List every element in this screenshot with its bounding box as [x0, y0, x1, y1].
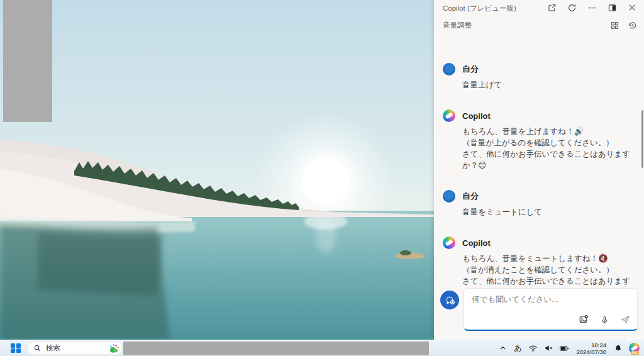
add-image-icon[interactable] [578, 314, 589, 325]
copilot-preview-icon[interactable]: PRE [629, 343, 640, 353]
taskbar-search[interactable]: 検索 [27, 342, 123, 355]
chat-message-copilot: Copilot もちろん、音量をミュートしますね！🔇 （音が消えたことを確認して… [443, 236, 635, 288]
close-icon[interactable] [626, 2, 638, 13]
history-icon[interactable] [626, 19, 638, 31]
message-line: もちろん、音量をミュートしますね！🔇 [462, 253, 635, 264]
chat-input[interactable] [472, 295, 629, 304]
panel-titlebar: Copilot (プレビュー版) [434, 0, 644, 15]
microphone-icon[interactable] [599, 314, 610, 325]
search-icon [33, 344, 42, 352]
taskbar-clock[interactable]: 18:24 2024/07/30 [575, 342, 608, 355]
wallpaper-image [0, 0, 434, 340]
split-view-icon[interactable] [606, 2, 618, 13]
desktop-wallpaper [0, 0, 434, 340]
message-line: （音が消えたことを確認してください。） [462, 264, 635, 275]
copilot-logo-icon [443, 236, 455, 249]
message-line: 音量をミュートにして [462, 206, 635, 218]
chat-title: 音量調整 [443, 21, 609, 30]
message-author: Copilot [462, 111, 491, 121]
message-line: さて、他に何かお手伝いできることはありますか？😊 [462, 275, 635, 288]
redacted-desktop-region [3, 0, 52, 122]
send-icon[interactable] [619, 314, 631, 325]
search-highlights-icon [109, 343, 119, 353]
new-chat-grid-icon[interactable] [609, 19, 620, 31]
chat-input-card [464, 288, 638, 331]
chat-message-list[interactable]: 自分 音量上げて Copilot もちろん、音量を上げますね！🔊 （音量が上がる… [434, 34, 644, 288]
message-author: 自分 [462, 64, 479, 75]
message-line: 音量上げて [462, 79, 635, 91]
message-line: さて、他に何かお手伝いできることはありますか？😊 [462, 148, 635, 171]
hidden-icons-chevron-icon[interactable] [497, 343, 508, 353]
chat-input-area [434, 288, 644, 340]
search-placeholder: 検索 [46, 343, 109, 353]
panel-title: Copilot (プレビュー版) [443, 3, 546, 13]
system-tray: あ [497, 342, 644, 355]
chat-header: 音量調整 [434, 15, 644, 33]
clock-date: 2024/07/30 [576, 348, 606, 355]
wifi-icon[interactable] [528, 343, 538, 353]
new-topic-button[interactable] [440, 291, 459, 309]
volume-muted-icon[interactable] [543, 343, 553, 353]
battery-icon[interactable] [559, 343, 569, 353]
chat-message-user: 自分 音量上げて [443, 63, 635, 91]
chat-message-copilot: Copilot もちろん、音量を上げますね！🔊 （音量が上がるのを確認してくださ… [443, 109, 635, 171]
open-in-new-window-icon[interactable] [546, 2, 557, 13]
refresh-icon[interactable] [566, 2, 577, 13]
clock-time: 18:24 [591, 342, 606, 348]
copilot-side-panel: Copilot (プレビュー版) [434, 0, 644, 340]
copilot-logo-icon [443, 109, 455, 122]
screen: Copilot (プレビュー版) [0, 0, 644, 356]
more-options-icon[interactable] [586, 2, 597, 13]
taskbar: 検索 あ [0, 340, 644, 356]
message-line: もちろん、音量を上げますね！🔊 [462, 126, 635, 137]
copilot-preview-badge: PRE [631, 351, 639, 355]
message-author: 自分 [462, 191, 479, 202]
user-avatar [443, 63, 455, 75]
ime-indicator[interactable]: あ [513, 343, 522, 353]
windows-logo-icon [11, 343, 20, 353]
notifications-bell-icon[interactable] [613, 343, 623, 353]
redacted-taskbar-region [123, 342, 429, 355]
message-author: Copilot [462, 238, 491, 248]
panel-scrollbar[interactable] [641, 110, 643, 168]
chat-message-user: 自分 音量をミュートにして [443, 190, 635, 218]
start-button[interactable] [8, 342, 23, 355]
message-line: （音量が上がるのを確認してください。） [462, 137, 635, 148]
user-avatar [443, 190, 455, 203]
